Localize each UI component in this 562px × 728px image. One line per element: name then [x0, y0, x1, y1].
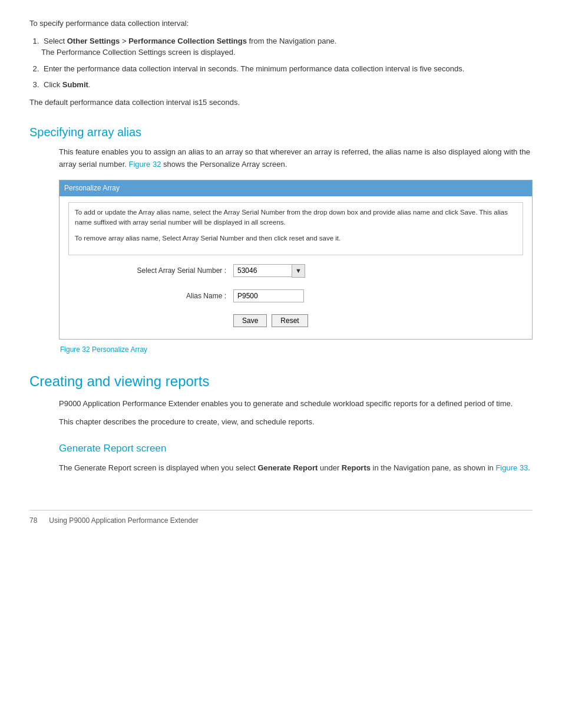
- specifying-array-alias-intro: This feature enables you to assign an al…: [59, 146, 533, 171]
- serial-number-label: Select Array Serial Number :: [68, 265, 233, 276]
- figure-32-caption: Figure 32 Personalize Array: [59, 344, 533, 355]
- default-text: The default performance data collection …: [29, 97, 533, 108]
- alias-name-label: Alias Name :: [68, 291, 233, 302]
- step-2-text: Enter the performance data collection in…: [44, 64, 464, 73]
- step-1-text: Select Other Settings > Performance Coll…: [44, 37, 336, 45]
- serial-number-input-wrapper: ▼: [233, 264, 305, 278]
- button-row: Save Reset: [68, 314, 523, 327]
- intro-prefix: To specify performance data collection i…: [29, 18, 533, 29]
- personalize-array-box: Personalize Array To add or update the A…: [59, 180, 533, 340]
- figure-33-link[interactable]: Figure 33: [495, 463, 528, 472]
- info-line2: To remove array alias name, Select Array…: [75, 233, 517, 243]
- serial-number-row: Select Array Serial Number : ▼: [68, 264, 523, 278]
- generate-report-screen-body: The Generate Report screen is displayed …: [59, 462, 533, 475]
- specifying-array-alias-body: This feature enables you to assign an al…: [59, 146, 533, 355]
- dropdown-arrow-icon[interactable]: ▼: [292, 264, 305, 278]
- personalize-array-inner: To add or update the Array alias name, s…: [59, 196, 532, 339]
- save-button[interactable]: Save: [233, 314, 267, 327]
- generate-report-bold: Generate Report: [257, 463, 318, 472]
- steps-list: Select Other Settings > Performance Coll…: [41, 35, 533, 91]
- creating-viewing-reports-heading: Creating and viewing reports: [29, 373, 533, 390]
- personalize-array-title: Personalize Array: [59, 180, 532, 196]
- creating-reports-body1: P9000 Application Performance Extender e…: [59, 398, 533, 410]
- step-3: Click Submit.: [41, 79, 533, 91]
- alias-name-row: Alias Name :: [68, 289, 523, 302]
- serial-number-field[interactable]: [233, 264, 292, 277]
- creating-viewing-reports-body: P9000 Application Performance Extender e…: [59, 398, 533, 475]
- creating-reports-body2: This chapter describes the procedure to …: [59, 416, 533, 429]
- reset-button[interactable]: Reset: [272, 314, 308, 327]
- step-2: Enter the performance data collection in…: [41, 63, 533, 75]
- step-1-bold2: Performance Collection Settings: [128, 37, 247, 45]
- info-line1: To add or update the Array alias name, s…: [75, 207, 517, 228]
- alias-name-field[interactable]: [233, 289, 304, 302]
- step-3-text: Click Submit.: [44, 80, 90, 89]
- step-3-bold: Submit: [62, 80, 88, 89]
- step-1-subtext: The Performance Collection Settings scre…: [41, 48, 236, 57]
- reports-bold: Reports: [342, 463, 371, 472]
- specifying-array-alias-heading: Specifying array alias: [29, 126, 533, 139]
- info-box: To add or update the Array alias name, s…: [68, 202, 523, 255]
- figure-32-link[interactable]: Figure 32: [129, 160, 161, 169]
- generate-report-screen-heading: Generate Report screen: [59, 440, 533, 456]
- step-1-bold1: Other Settings: [67, 37, 120, 45]
- alias-name-input-wrapper: [233, 289, 304, 302]
- step-1: Select Other Settings > Performance Coll…: [41, 35, 533, 58]
- page-footer: 78 Using P9000 Application Performance E…: [29, 510, 533, 525]
- footer-text: Using P9000 Application Performance Exte…: [49, 516, 198, 525]
- page-number: 78: [29, 516, 37, 525]
